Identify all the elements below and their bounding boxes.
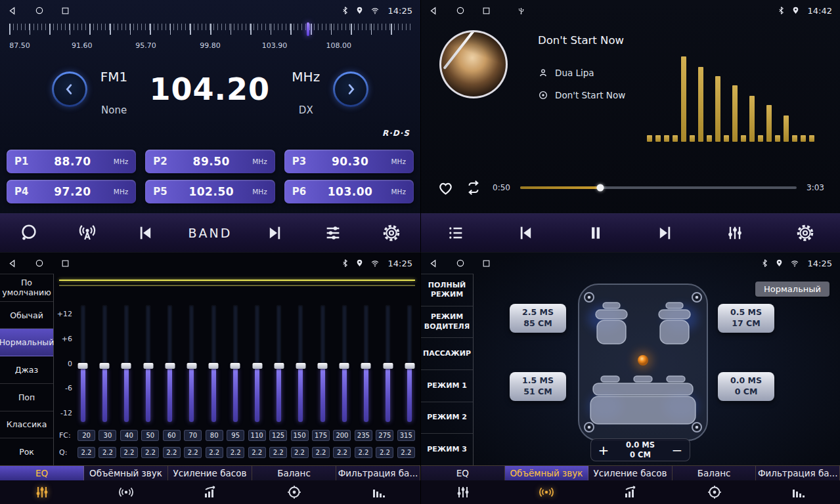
eq-slider-track[interactable] <box>189 305 194 422</box>
previous-station-button[interactable] <box>130 224 160 242</box>
eq-tab-button[interactable] <box>0 484 84 500</box>
playlist-button[interactable] <box>441 224 471 242</box>
eq-slider-track[interactable] <box>211 305 216 422</box>
tab-eq[interactable]: EQ <box>421 466 505 480</box>
eq-slider-track[interactable] <box>255 305 259 422</box>
frequency-ruler[interactable] <box>9 24 411 39</box>
eq-band-slider-7[interactable] <box>208 305 219 422</box>
eq-preset-custom[interactable]: Обычай <box>0 302 53 329</box>
mode-2[interactable]: РЕЖИМ 2 <box>421 402 473 434</box>
mode-passenger[interactable]: ПАССАЖИР <box>421 338 473 370</box>
eq-preset-default[interactable]: По умолчанию <box>0 274 53 302</box>
eq-slider-track[interactable] <box>342 305 347 422</box>
eq-slider-handle[interactable] <box>78 363 88 369</box>
eq-slider-handle[interactable] <box>318 363 328 369</box>
tab-filter[interactable]: Фильтрация ба... <box>336 466 420 480</box>
filter-tab-button[interactable] <box>756 484 840 500</box>
eq-band-slider-16[interactable] <box>405 305 415 422</box>
eq-band-slider-13[interactable] <box>339 305 349 422</box>
back-icon[interactable] <box>429 259 439 268</box>
eq-preset-jazz[interactable]: Джаз <box>0 356 53 384</box>
eq-tab-button[interactable] <box>421 484 505 500</box>
delay-rear-left-button[interactable]: 1.5 MS 51 CM <box>510 372 566 401</box>
tune-up-button[interactable] <box>333 72 368 107</box>
eq-slider-handle[interactable] <box>361 363 371 369</box>
next-track-button[interactable] <box>650 224 680 242</box>
surround-tab-button[interactable] <box>505 484 589 500</box>
settings-button[interactable] <box>790 224 820 242</box>
next-station-button[interactable] <box>260 224 290 242</box>
eq-slider-track[interactable] <box>364 305 368 422</box>
bass-boost-tab-button[interactable] <box>588 484 673 500</box>
eq-slider-handle[interactable] <box>340 363 349 369</box>
favorite-button[interactable] <box>437 179 454 197</box>
repeat-button[interactable] <box>464 179 483 196</box>
preset-button-p5[interactable]: P5102.50MHz <box>145 180 275 203</box>
player-progress-knob[interactable] <box>597 184 604 192</box>
preset-button-p6[interactable]: P6103.00MHz <box>284 180 414 203</box>
scan-button[interactable] <box>14 223 44 243</box>
eq-slider-handle[interactable] <box>187 363 196 369</box>
mode-driver[interactable]: РЕЖИМ ВОДИТЕЛЯ <box>421 306 473 339</box>
eq-band-slider-5[interactable] <box>165 305 175 422</box>
back-icon[interactable] <box>8 259 18 268</box>
eq-slider-track[interactable] <box>146 305 150 422</box>
back-icon[interactable] <box>8 6 18 16</box>
delay-rear-right-button[interactable]: 0.0 MS 0 CM <box>718 372 774 401</box>
preset-button-p4[interactable]: P497.20MHz <box>7 180 136 203</box>
tab-surround[interactable]: Объёмный звук <box>505 466 589 480</box>
eq-slider-handle[interactable] <box>143 363 153 369</box>
home-icon[interactable] <box>35 6 44 15</box>
eq-slider-handle[interactable] <box>209 363 219 369</box>
tab-bass-boost[interactable]: Усиление басов <box>588 466 673 480</box>
preset-button-p2[interactable]: P289.50MHz <box>145 150 275 173</box>
eq-band-slider-2[interactable] <box>99 305 110 422</box>
eq-band-slider-15[interactable] <box>383 305 393 422</box>
mode-1[interactable]: РЕЖИМ 1 <box>421 370 473 402</box>
progress-slider[interactable] <box>520 186 797 189</box>
pause-button[interactable] <box>581 224 611 242</box>
recents-icon[interactable] <box>482 259 491 268</box>
eq-band-slider-11[interactable] <box>296 305 306 422</box>
home-icon[interactable] <box>456 6 465 15</box>
mode-3[interactable]: РЕЖИМ 3 <box>421 434 473 466</box>
mode-full[interactable]: ПОЛНЫЙ РЕЖИМ <box>421 274 473 306</box>
recents-icon[interactable] <box>482 7 491 15</box>
tune-down-button[interactable] <box>52 72 87 107</box>
home-icon[interactable] <box>35 259 44 268</box>
eq-slider-track[interactable] <box>276 305 281 422</box>
tab-eq[interactable]: EQ <box>0 466 84 480</box>
tab-surround[interactable]: Объёмный звук <box>84 466 168 480</box>
eq-band-slider-1[interactable] <box>77 305 88 422</box>
band-button[interactable]: BAND <box>188 226 232 240</box>
eq-slider-track[interactable] <box>81 305 85 422</box>
recents-icon[interactable] <box>61 259 70 268</box>
home-icon[interactable] <box>456 259 465 268</box>
eq-slider-handle[interactable] <box>296 363 305 369</box>
surround-preset-button[interactable]: Нормальный <box>755 282 829 297</box>
preset-button-p3[interactable]: P390.30MHz <box>284 150 414 173</box>
eq-slider-handle[interactable] <box>383 363 393 369</box>
tab-filter[interactable]: Фильтрация ба... <box>756 466 840 480</box>
tab-balance[interactable]: Баланс <box>673 466 757 480</box>
eq-slider-handle[interactable] <box>122 363 131 369</box>
broadcast-button[interactable] <box>72 223 102 243</box>
eq-slider-handle[interactable] <box>405 363 414 369</box>
eq-slider-track[interactable] <box>386 305 390 422</box>
eq-band-slider-10[interactable] <box>274 305 284 422</box>
eq-slider-handle[interactable] <box>231 363 240 369</box>
eq-slider-track[interactable] <box>124 305 129 422</box>
filter-tab-button[interactable] <box>336 484 420 500</box>
eq-band-slider-9[interactable] <box>252 305 263 422</box>
back-icon[interactable] <box>429 6 439 16</box>
eq-preset-rock[interactable]: Рок <box>0 438 53 466</box>
balance-tab-button[interactable] <box>252 484 336 500</box>
settings-button[interactable] <box>376 224 407 242</box>
eq-preset-classic[interactable]: Классика <box>0 411 53 439</box>
eq-slider-track[interactable] <box>102 305 107 422</box>
eq-slider-handle[interactable] <box>100 363 110 369</box>
eq-preset-pop[interactable]: Поп <box>0 384 53 411</box>
eq-slider-track[interactable] <box>298 305 303 422</box>
eq-slider-track[interactable] <box>167 305 172 422</box>
eq-slider-track[interactable] <box>321 305 325 422</box>
